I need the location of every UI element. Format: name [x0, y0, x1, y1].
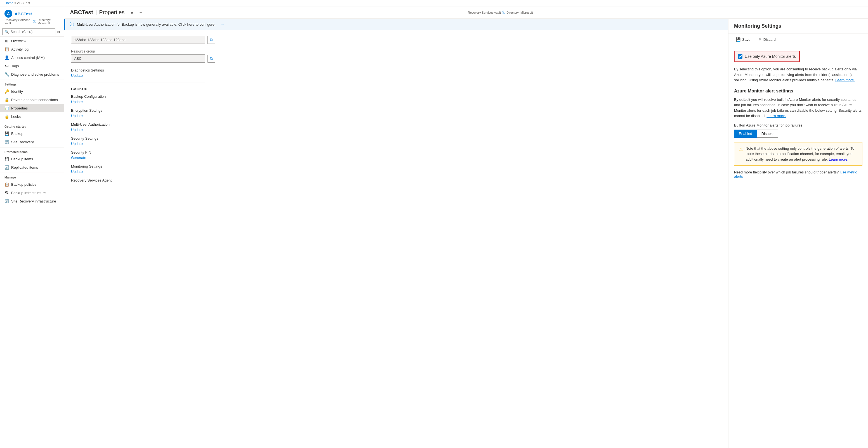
sidebar-item-activity-log[interactable]: 📋 Activity log	[0, 45, 64, 53]
sidebar-item-tags[interactable]: 🏷 Tags	[0, 62, 64, 70]
sidebar-item-label: Backup Infrastructure	[11, 191, 46, 195]
diagnostics-label: Diagnostics Settings	[71, 68, 721, 72]
sidebar-item-access-control[interactable]: 👤 Access control (IAM)	[0, 53, 64, 62]
access-control-icon: 👤	[4, 55, 9, 60]
warning-box: ⚠ Note that the above setting only contr…	[734, 142, 862, 166]
locks-icon: 🔒	[4, 114, 9, 119]
security-pin-generate-link[interactable]: Generate	[71, 156, 86, 160]
recovery-agent-label: Recovery Services Agent	[71, 178, 721, 182]
search-box[interactable]: 🔍	[2, 29, 55, 35]
breadcrumb-home[interactable]: Home	[4, 1, 13, 5]
backup-policies-icon: 📋	[4, 182, 9, 186]
sidebar-item-site-recovery[interactable]: 🔄 Site Recovery	[0, 138, 64, 146]
getting-started-section-label: Getting started	[0, 122, 64, 129]
backup-items-icon: 💾	[4, 157, 9, 161]
security-settings-update-link[interactable]: Update	[71, 142, 83, 146]
security-pin-label: Security PIN	[71, 150, 721, 154]
resource-icon: A	[4, 10, 12, 18]
enabled-toggle-button[interactable]: Enabled	[734, 130, 757, 138]
monitoring-body: Use only Azure Monitor alerts By selecti…	[728, 45, 868, 184]
sidebar-item-backup-infrastructure[interactable]: 🏗 Backup Infrastructure	[0, 188, 64, 197]
resource-group-field-group: Resource group ABC ⧉	[71, 49, 721, 63]
learn-more-2-link[interactable]: Learn more.	[767, 114, 786, 118]
built-in-alerts-label: Built-in Azure Monitor alerts for job fa…	[734, 123, 862, 127]
sidebar-item-overview[interactable]: ⊞ Overview	[0, 37, 64, 45]
discard-icon: ✕	[758, 37, 762, 42]
sidebar-item-diagnose[interactable]: 🔧 Diagnose and solve problems	[0, 70, 64, 78]
search-input[interactable]	[11, 30, 53, 34]
security-settings-label: Security Settings	[71, 136, 721, 140]
azure-monitor-checkbox-label: Use only Azure Monitor alerts	[745, 54, 796, 59]
sidebar-item-backup-items[interactable]: 💾 Backup items	[0, 155, 64, 163]
replicated-items-icon: 🔄	[4, 165, 9, 170]
breadcrumb: Home > ABCTest	[0, 0, 868, 6]
alert-settings-title: Azure Monitor alert settings	[734, 89, 862, 94]
collapse-button[interactable]: ≪	[55, 29, 62, 35]
backup-config-item: Backup Configuration Update	[71, 94, 721, 104]
sidebar-item-replicated-items[interactable]: 🔄 Replicated items	[0, 163, 64, 171]
banner-message: Multi-User Authorization for Backup is n…	[77, 22, 216, 27]
sidebar-item-locks[interactable]: 🔒 Locks	[0, 112, 64, 120]
diagnose-icon: 🔧	[4, 72, 9, 76]
sidebar-item-backup[interactable]: 💾 Backup	[0, 129, 64, 138]
disable-toggle-button[interactable]: Disable	[757, 130, 778, 138]
multi-user-label: Multi-User Authorization	[71, 122, 721, 127]
monitoring-update-link[interactable]: Update	[71, 170, 83, 174]
monitoring-title: Monitoring Settings	[734, 23, 862, 29]
toggle-group: Enabled Disable	[734, 130, 862, 138]
sidebar-item-backup-policies[interactable]: 📋 Backup policies	[0, 180, 64, 188]
encryption-update-link[interactable]: Update	[71, 114, 83, 118]
page-title: Properties	[99, 9, 124, 15]
sidebar-item-site-recovery-infra[interactable]: 🔄 Site Recovery infrastructure	[0, 197, 64, 205]
main-content: ⓘ Multi-User Authorization for Backup is…	[64, 19, 868, 448]
diagnostics-update-link[interactable]: Update	[71, 73, 83, 78]
security-settings-config-item: Security Settings Update	[71, 136, 721, 146]
breadcrumb-current: ABCTest	[17, 1, 30, 5]
azure-monitor-checkbox-container[interactable]: Use only Azure Monitor alerts	[734, 51, 800, 62]
manage-section-label: Manage	[0, 173, 64, 180]
more-options-icon[interactable]: ···	[137, 9, 143, 15]
sidebar-item-properties[interactable]: 📊 Properties	[0, 104, 64, 112]
sidebar-item-label: Tags	[11, 64, 19, 68]
private-endpoint-icon: 🔒	[4, 98, 9, 102]
save-button[interactable]: 💾 Save	[734, 36, 752, 43]
save-icon: 💾	[736, 37, 741, 42]
header-separator: |	[95, 9, 97, 15]
sidebar-item-label: Properties	[11, 106, 28, 110]
overview-icon: ⊞	[4, 39, 9, 43]
resource-group-copy-button[interactable]: ⧉	[208, 55, 215, 63]
learn-more-1-link[interactable]: Learn more.	[835, 78, 855, 82]
subscription-id-copy-button[interactable]: ⧉	[208, 36, 215, 44]
sidebar-item-label: Activity log	[11, 47, 29, 51]
header-info-icon: ⓘ	[502, 10, 505, 15]
discard-button[interactable]: ✕ Discard	[757, 36, 777, 43]
sidebar-item-label: Overview	[11, 39, 26, 43]
sidebar-item-identity[interactable]: 🔑 Identity	[0, 87, 64, 96]
backup-config-label: Backup Configuration	[71, 94, 721, 99]
content-area: ABCTest | Properties ★ ··· Recovery Serv…	[64, 6, 868, 448]
sidebar-info-icon: ⓘ	[33, 19, 36, 24]
monitoring-toolbar: 💾 Save ✕ Discard	[728, 34, 868, 45]
banner-arrow-icon: →	[221, 22, 224, 27]
learn-more-3-link[interactable]: Learn more.	[829, 157, 848, 162]
azure-monitor-description: By selecting this option, you are consen…	[734, 66, 862, 83]
properties-icon: 📊	[4, 106, 9, 110]
sidebar-item-label: Access control (IAM)	[11, 56, 45, 60]
resource-group-value: ABC	[71, 55, 205, 63]
monitoring-label: Monitoring Settings	[71, 164, 721, 168]
diagnostics-config-item: Diagnostics Settings Update	[71, 68, 721, 78]
backup-config-update-link[interactable]: Update	[71, 100, 83, 104]
sidebar-header: A ABCTest Recovery Services vault ⓘ Dire…	[0, 6, 64, 27]
info-banner[interactable]: ⓘ Multi-User Authorization for Backup is…	[64, 19, 728, 30]
sidebar-item-private-endpoint[interactable]: 🔒 Private endpoint connections	[0, 96, 64, 104]
backup-section-title: BACKUP	[71, 87, 721, 91]
site-recovery-icon: 🔄	[4, 140, 9, 144]
monitoring-panel: Monitoring Settings 💾 Save ✕ Discard	[728, 19, 868, 448]
azure-monitor-checkbox[interactable]	[738, 54, 742, 59]
security-pin-config-item: Security PIN Generate	[71, 150, 721, 160]
sidebar-item-label: Identity	[11, 90, 23, 94]
multi-user-update-link[interactable]: Update	[71, 128, 83, 132]
sidebar-resource-type: Recovery Services vault	[4, 18, 32, 25]
subscription-id-value: 123abc-123abc-123abc-123abc	[71, 36, 205, 44]
favorite-icon[interactable]: ★	[129, 9, 135, 15]
